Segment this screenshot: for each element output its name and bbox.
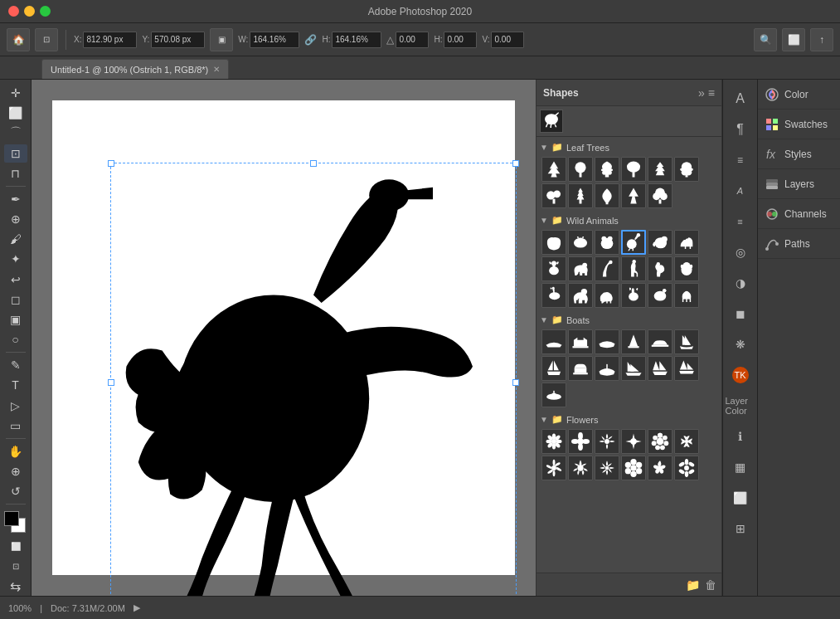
shape-tree-2[interactable]	[568, 157, 593, 182]
y-input[interactable]	[151, 32, 205, 48]
shape-elephant[interactable]	[648, 230, 672, 255]
shape-flower-11[interactable]	[648, 456, 672, 480]
shape-sailboat-5[interactable]	[674, 356, 699, 381]
foreground-color-box[interactable]	[4, 511, 19, 526]
shape-tree-7[interactable]	[541, 183, 566, 208]
boats-header[interactable]: ▼ 📁 Boats	[540, 313, 718, 327]
shape-tree-9[interactable]	[595, 183, 619, 208]
shape-tree-3[interactable]	[595, 157, 619, 182]
shape-flower-4[interactable]	[621, 429, 646, 454]
shape-submarine[interactable]	[541, 383, 566, 407]
shape-boat-6[interactable]	[595, 356, 619, 381]
handle-ml[interactable]	[108, 379, 114, 386]
x-input[interactable]	[83, 32, 137, 48]
close-button[interactable]	[8, 6, 19, 17]
move-tool[interactable]: ✛	[4, 84, 27, 102]
text-tool[interactable]: T	[4, 376, 27, 394]
right-panel-libraries[interactable]: ◎	[726, 237, 755, 267]
shape-kangaroo[interactable]	[648, 256, 672, 281]
shape-gorilla[interactable]	[674, 256, 699, 281]
shape-sail-1[interactable]	[621, 329, 646, 354]
right-panel-info[interactable]: ℹ	[726, 422, 755, 451]
shape-flower-9[interactable]	[595, 456, 619, 480]
right-panel-properties[interactable]: ≡	[726, 145, 755, 175]
rotate-tool[interactable]: ↺	[4, 482, 27, 500]
chain-icon[interactable]: 🔗	[304, 34, 317, 46]
shape-flower-5[interactable]	[648, 429, 672, 454]
shape-deer[interactable]	[541, 256, 566, 281]
shape-giraffe[interactable]	[621, 256, 646, 281]
ostrich-shape[interactable]	[114, 167, 512, 596]
extra-tools-button[interactable]: ⇆	[4, 578, 27, 596]
shape-lion[interactable]	[568, 230, 593, 255]
shape-deer3[interactable]	[621, 283, 646, 308]
right-panel-actions[interactable]: ❋	[726, 329, 755, 359]
right-panel-type[interactable]: A	[726, 84, 755, 114]
lasso-tool[interactable]: ⌒	[4, 124, 27, 142]
shape-tree-10[interactable]	[621, 183, 646, 208]
shape-camel[interactable]	[674, 230, 699, 255]
shape-sailboat-4[interactable]	[648, 356, 672, 381]
shape-elephant2[interactable]	[568, 256, 593, 281]
layers-panel-item[interactable]: Layers	[758, 169, 840, 199]
right-panel-3d[interactable]: ◼	[726, 299, 755, 329]
swatches-panel-item[interactable]: Swatches	[758, 110, 840, 139]
styles-panel-item[interactable]: fx Styles	[758, 139, 840, 169]
h-input[interactable]	[332, 32, 381, 48]
right-panel-grid[interactable]: ⊞	[726, 514, 755, 543]
shape-wolf[interactable]	[595, 283, 619, 308]
shapes-search-thumb[interactable]	[540, 110, 563, 133]
shapes-folder-button[interactable]: 📁	[686, 578, 700, 592]
zoom-tool[interactable]: ⊕	[4, 462, 27, 480]
heal-tool[interactable]: ⊕	[4, 210, 27, 228]
shape-flower-12[interactable]	[674, 456, 699, 480]
shape-flower-6[interactable]	[674, 429, 699, 454]
shapes-expand-button[interactable]: »	[698, 86, 705, 100]
minimize-button[interactable]	[24, 6, 35, 17]
shape-boat-3[interactable]	[595, 329, 619, 354]
screen-mode-button[interactable]: ⊡	[4, 557, 27, 575]
shape-ostrich-selected[interactable]	[621, 230, 646, 255]
shape-flower-10[interactable]	[621, 456, 646, 480]
maximize-button[interactable]	[40, 6, 51, 17]
angle-input[interactable]	[396, 32, 429, 48]
shape-deer4[interactable]	[674, 283, 699, 308]
shape-bear[interactable]	[595, 230, 619, 255]
color-boxes[interactable]	[4, 511, 27, 532]
handle-tr[interactable]	[512, 160, 519, 167]
pen-tool[interactable]: ✎	[4, 356, 27, 374]
shape-cat[interactable]	[541, 230, 566, 255]
search-button[interactable]: 🔍	[754, 28, 777, 51]
quick-mask-button[interactable]: ⬜	[4, 537, 27, 555]
flowers-header[interactable]: ▼ 📁 Flowers	[540, 412, 718, 426]
selection-tool[interactable]: ⬜	[4, 104, 27, 122]
channels-panel-item[interactable]: Channels	[758, 199, 840, 229]
shape-elephant3[interactable]	[568, 283, 593, 308]
right-panel-adjustments[interactable]: ◑	[726, 268, 755, 298]
shape-tool[interactable]: ▭	[4, 417, 27, 435]
w-input[interactable]	[250, 32, 299, 48]
status-arrow[interactable]: ▶	[134, 602, 140, 613]
shapes-menu-button[interactable]: ≡	[708, 86, 715, 100]
eraser-tool[interactable]: ◻	[4, 290, 27, 309]
history-tool[interactable]: ↩	[4, 270, 27, 288]
gradient-tool[interactable]: ▣	[4, 310, 27, 329]
right-panel-char-styles[interactable]: A	[726, 176, 755, 206]
clone-tool[interactable]: ✦	[4, 250, 27, 268]
crop-tool[interactable]: ⊓	[4, 164, 27, 183]
path-tool[interactable]: ▷	[4, 396, 27, 414]
shape-flower-1[interactable]	[541, 429, 566, 454]
shape-flamingo[interactable]	[595, 256, 619, 281]
shape-sailboat-3[interactable]	[621, 356, 646, 381]
shape-sailboat-1[interactable]	[674, 329, 699, 354]
shape-flower-7[interactable]	[541, 456, 566, 480]
shape-tree-1[interactable]	[541, 157, 566, 182]
object-tool[interactable]: ⊡	[4, 144, 27, 163]
shape-tree-5[interactable]	[648, 157, 672, 182]
shape-deer2[interactable]	[541, 283, 566, 308]
handle-tl[interactable]	[108, 160, 114, 167]
leaf-trees-header[interactable]: ▼ 📁 Leaf Trees	[540, 140, 718, 154]
shape-tree-11[interactable]	[648, 183, 672, 208]
right-panel-tk[interactable]: TK	[726, 360, 755, 390]
right-panel-glyphs[interactable]: ≡	[726, 207, 755, 236]
